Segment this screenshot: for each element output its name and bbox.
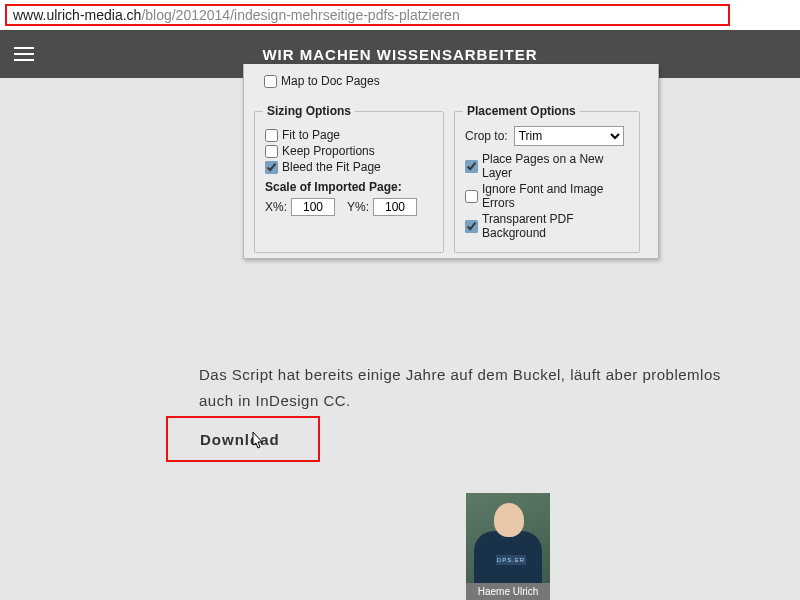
shirt-patch: DPS.ER	[496, 555, 526, 565]
scale-row: X%: Y%:	[265, 198, 433, 216]
sizing-options-group: Sizing Options Fit to Page Keep Proporti…	[254, 104, 444, 253]
map-to-doc-pages-row: Map to Doc Pages	[264, 74, 380, 88]
bleed-fit-label: Bleed the Fit Page	[282, 160, 381, 174]
placement-legend: Placement Options	[463, 104, 580, 118]
keep-proportions-row: Keep Proportions	[265, 144, 433, 158]
url-path: /blog/2012014/indesign-mehrseitige-pdfs-…	[141, 7, 459, 23]
site-title: WIR MACHEN WISSENSARBEITER	[48, 46, 752, 63]
y-percent-label: Y%:	[347, 200, 369, 214]
author-photo: DPS.ER	[466, 493, 550, 583]
crop-to-row: Crop to: Trim	[465, 126, 629, 146]
ignore-errors-row: Ignore Font and Image Errors	[465, 182, 629, 210]
transparent-bg-checkbox[interactable]	[465, 220, 478, 233]
new-layer-label: Place Pages on a New Layer	[482, 152, 629, 180]
map-to-doc-pages-checkbox[interactable]	[264, 75, 277, 88]
download-link[interactable]: Download	[166, 416, 320, 462]
article-body-text: Das Script hat bereits einige Jahre auf …	[199, 362, 755, 413]
fit-to-page-checkbox[interactable]	[265, 129, 278, 142]
map-to-doc-pages-label: Map to Doc Pages	[281, 74, 380, 88]
placement-options-group: Placement Options Crop to: Trim Place Pa…	[454, 104, 640, 253]
fit-to-page-row: Fit to Page	[265, 128, 433, 142]
download-label: Download	[200, 431, 280, 448]
transparent-bg-row: Transparent PDF Background	[465, 212, 629, 240]
browser-url-bar-area: www.ulrich-media.ch/blog/2012014/indesig…	[0, 0, 800, 30]
crop-to-select[interactable]: Trim	[514, 126, 624, 146]
sizing-legend: Sizing Options	[263, 104, 355, 118]
x-percent-label: X%:	[265, 200, 287, 214]
keep-proportions-label: Keep Proportions	[282, 144, 375, 158]
author-card[interactable]: DPS.ER Haeme Ulrich	[466, 493, 550, 600]
bleed-fit-row: Bleed the Fit Page	[265, 160, 433, 174]
x-percent-input[interactable]	[291, 198, 335, 216]
new-layer-checkbox[interactable]	[465, 160, 478, 173]
fit-to-page-label: Fit to Page	[282, 128, 340, 142]
author-name: Haeme Ulrich	[466, 583, 550, 600]
bleed-fit-checkbox[interactable]	[265, 161, 278, 174]
transparent-bg-label: Transparent PDF Background	[482, 212, 629, 240]
crop-to-label: Crop to:	[465, 129, 508, 143]
ignore-errors-label: Ignore Font and Image Errors	[482, 182, 629, 210]
indesign-dialog-screenshot: Map to Doc Pages Sizing Options Fit to P…	[243, 64, 659, 259]
url-domain: www.ulrich-media.ch	[13, 7, 141, 23]
menu-icon[interactable]	[0, 30, 48, 78]
scale-label: Scale of Imported Page:	[265, 180, 433, 194]
keep-proportions-checkbox[interactable]	[265, 145, 278, 158]
new-layer-row: Place Pages on a New Layer	[465, 152, 629, 180]
ignore-errors-checkbox[interactable]	[465, 190, 478, 203]
url-bar[interactable]: www.ulrich-media.ch/blog/2012014/indesig…	[5, 4, 730, 26]
y-percent-input[interactable]	[373, 198, 417, 216]
